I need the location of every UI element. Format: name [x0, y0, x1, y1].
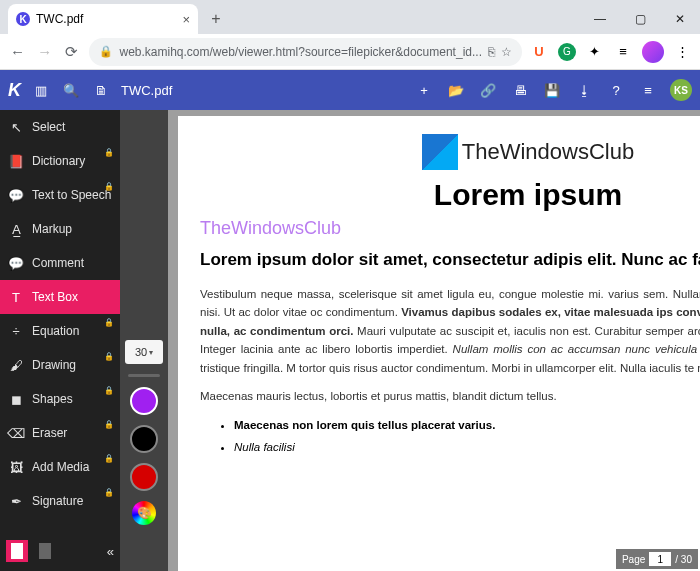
tool-label: Dictionary	[32, 154, 85, 168]
help-icon[interactable]: ?	[606, 80, 626, 100]
lock-icon: 🔒	[99, 45, 113, 58]
tool-select[interactable]: ↖Select	[0, 110, 120, 144]
tool-sidebar: ↖Select 📕Dictionary🔒 💬Text to Speech🔒 A̲…	[0, 110, 120, 571]
extensions-icon[interactable]: ✦	[586, 43, 604, 61]
color-swatch-purple[interactable]	[130, 387, 158, 415]
book-icon: 📕	[8, 153, 24, 169]
page-label: Page	[622, 554, 645, 565]
shapes-icon: ◼	[8, 391, 24, 407]
tool-label: Drawing	[32, 358, 76, 372]
doc-heading-2: Lorem ipsum dolor sit amet, consectetur …	[200, 249, 700, 271]
lock-badge-icon: 🔒	[104, 318, 114, 327]
document-viewport[interactable]: TheWindowsClub Lorem ipsum TheWindowsClu…	[168, 110, 700, 571]
install-icon[interactable]: ⎘	[488, 45, 495, 59]
window-minimize-button[interactable]: —	[580, 4, 620, 34]
file-icon: 🗎	[91, 80, 111, 100]
forward-button[interactable]: →	[35, 40, 54, 64]
windows-logo-icon	[422, 134, 458, 170]
color-palette-icon[interactable]: 🎨	[132, 501, 156, 525]
lock-badge-icon: 🔒	[104, 488, 114, 497]
kami-favicon-icon: K	[16, 12, 30, 26]
tool-eraser[interactable]: ⌫Eraser🔒	[0, 416, 120, 450]
view-mode-footer: «	[0, 531, 120, 571]
tool-equation[interactable]: ÷Equation🔒	[0, 314, 120, 348]
tool-markup[interactable]: A̲Markup	[0, 212, 120, 246]
chrome-menu-icon[interactable]: ⋮	[674, 43, 692, 61]
page-number-input[interactable]	[649, 552, 671, 566]
open-folder-icon[interactable]: 📂	[446, 80, 466, 100]
new-tab-button[interactable]: +	[204, 7, 228, 31]
media-icon: 🖼	[8, 459, 24, 475]
tool-label: Select	[32, 120, 65, 134]
font-size-select[interactable]: 30	[125, 340, 163, 364]
collapse-sidebar-icon[interactable]: «	[107, 544, 114, 559]
tool-signature[interactable]: ✒Signature🔒	[0, 484, 120, 518]
toggle-sidebar-icon[interactable]: ▥	[31, 80, 51, 100]
double-page-mode[interactable]	[34, 540, 56, 562]
grammarly-icon[interactable]: G	[558, 43, 576, 61]
doc-watermark: TheWindowsClub	[200, 218, 700, 239]
tool-shapes[interactable]: ◼Shapes🔒	[0, 382, 120, 416]
comment-icon: 💬	[8, 255, 24, 271]
browser-tab[interactable]: K TWC.pdf ×	[8, 4, 198, 34]
tab-close-icon[interactable]: ×	[182, 12, 190, 27]
list-item: Nulla facilisi	[234, 437, 700, 459]
tool-drawing[interactable]: 🖌Drawing🔒	[0, 348, 120, 382]
print-icon[interactable]: 🖶	[510, 80, 530, 100]
tab-title: TWC.pdf	[36, 12, 83, 26]
tool-label: Equation	[32, 324, 79, 338]
color-swatch-red[interactable]	[130, 463, 158, 491]
kami-toolbar: K ▥ 🔍 🗎 TWC.pdf + 📂 🔗 🖶 💾 ⭳ ? ≡ KS	[0, 70, 700, 110]
list-item: Maecenas non lorem quis tellus placerat …	[234, 415, 700, 437]
tool-comment[interactable]: 💬Comment	[0, 246, 120, 280]
reading-list-icon[interactable]: ≡	[614, 43, 632, 61]
download-icon[interactable]: ⭳	[574, 80, 594, 100]
textbox-options-panel: 30 🎨	[120, 110, 168, 571]
doc-logo-row: TheWindowsClub	[200, 134, 700, 170]
tool-label: Signature	[32, 494, 83, 508]
kami-logo-icon[interactable]: K	[8, 80, 21, 101]
text-icon: T	[8, 289, 24, 305]
share-icon[interactable]: 🔗	[478, 80, 498, 100]
find-icon[interactable]: 🔍	[61, 80, 81, 100]
doc-logo-text: TheWindowsClub	[462, 139, 634, 165]
profile-avatar[interactable]	[642, 41, 664, 63]
save-icon[interactable]: 💾	[542, 80, 562, 100]
markup-icon: A̲	[8, 221, 24, 237]
window-maximize-button[interactable]: ▢	[620, 4, 660, 34]
tool-label: Eraser	[32, 426, 67, 440]
signature-icon: ✒	[8, 493, 24, 509]
tool-label: Shapes	[32, 392, 73, 406]
add-icon[interactable]: +	[414, 80, 434, 100]
pdf-page[interactable]: TheWindowsClub Lorem ipsum TheWindowsClu…	[178, 116, 700, 571]
menu-icon[interactable]: ≡	[638, 80, 658, 100]
ublock-icon[interactable]: U	[530, 43, 548, 61]
tool-label: Text Box	[32, 290, 78, 304]
lock-badge-icon: 🔒	[104, 352, 114, 361]
lock-badge-icon: 🔒	[104, 420, 114, 429]
page-indicator: Page / 30	[616, 549, 698, 569]
tool-dictionary[interactable]: 📕Dictionary🔒	[0, 144, 120, 178]
doc-paragraph-1: Vestibulum neque massa, scelerisque sit …	[200, 285, 700, 377]
reload-button[interactable]: ⟳	[62, 40, 81, 64]
star-icon[interactable]: ☆	[501, 45, 512, 59]
back-button[interactable]: ←	[8, 40, 27, 64]
lock-badge-icon: 🔒	[104, 182, 114, 191]
tool-textbox[interactable]: TText Box	[0, 280, 120, 314]
tool-tts[interactable]: 💬Text to Speech🔒	[0, 178, 120, 212]
browser-address-bar: ← → ⟳ 🔒 web.kamihq.com/web/viewer.html?s…	[0, 34, 700, 70]
lock-badge-icon: 🔒	[104, 386, 114, 395]
font-size-value: 30	[135, 346, 147, 358]
url-field[interactable]: 🔒 web.kamihq.com/web/viewer.html?source=…	[89, 38, 522, 66]
page-total: / 30	[675, 554, 692, 565]
user-badge[interactable]: KS	[670, 79, 692, 101]
equation-icon: ÷	[8, 323, 24, 339]
eraser-icon: ⌫	[8, 425, 24, 441]
tool-label: Comment	[32, 256, 84, 270]
single-page-mode[interactable]	[6, 540, 28, 562]
color-swatch-black[interactable]	[130, 425, 158, 453]
window-close-button[interactable]: ✕	[660, 4, 700, 34]
tool-label: Markup	[32, 222, 72, 236]
tool-addmedia[interactable]: 🖼Add Media🔒	[0, 450, 120, 484]
extension-icons: U G ✦ ≡ ⋮	[530, 41, 692, 63]
